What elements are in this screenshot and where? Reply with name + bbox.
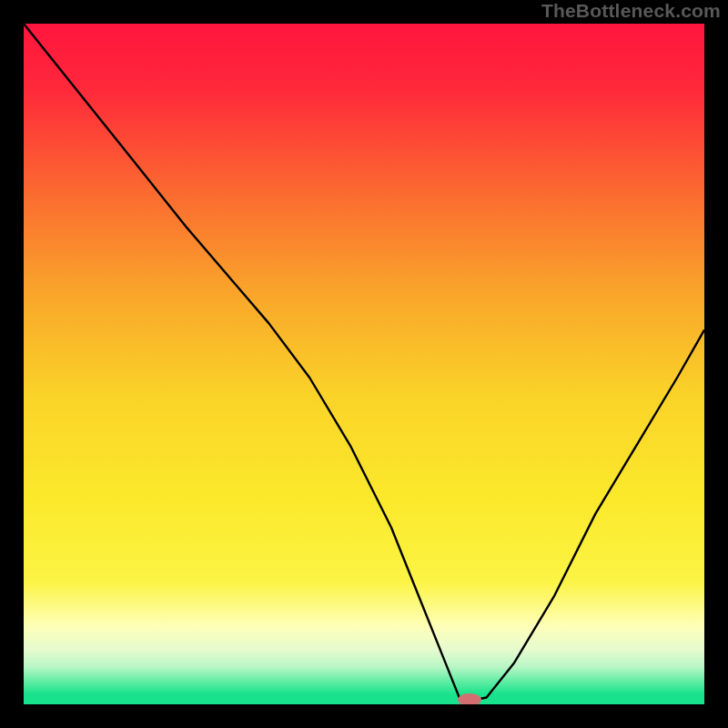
watermark-text: TheBottleneck.com (541, 0, 721, 22)
chart-container: TheBottleneck.com (0, 0, 728, 728)
plot-area (24, 24, 704, 704)
gradient-background (24, 24, 704, 704)
bottleneck-chart (24, 24, 704, 704)
